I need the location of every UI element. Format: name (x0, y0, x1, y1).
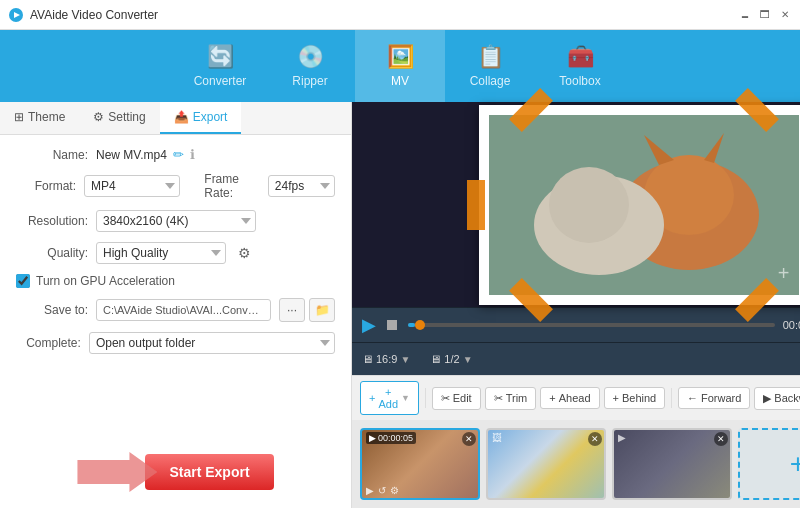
nav-ripper[interactable]: 💿 Ripper (265, 30, 355, 102)
playback-controls: ▶ ⏹ 00:00:00.00/00:00:29.17 🔊 (352, 307, 800, 342)
aspect-ratio-value: 16:9 (376, 353, 397, 365)
backward-button[interactable]: ▶ Backward (754, 387, 800, 410)
format-select[interactable]: MP4MOVAVIMKV (84, 175, 180, 197)
nav-converter[interactable]: 🔄 Converter (175, 30, 265, 102)
toolbox-icon: 🧰 (567, 44, 594, 70)
add-button[interactable]: + + Add ▼ (360, 381, 419, 415)
nav-ripper-label: Ripper (292, 74, 327, 88)
nav-collage-label: Collage (470, 74, 511, 88)
clip-1-rotate-icon[interactable]: ↺ (378, 485, 386, 496)
ripper-icon: 💿 (297, 44, 324, 70)
gpu-row: Turn on GPU Acceleration (16, 274, 335, 288)
ahead-button[interactable]: + Ahead (540, 387, 599, 409)
aspect-ratio-dropdown[interactable]: ▼ (400, 354, 410, 365)
saveto-row: Save to: C:\AVAide Studio\AVAI...Convert… (16, 298, 335, 322)
format-label: Format: (16, 179, 76, 193)
preview-svg (489, 115, 799, 295)
tab-export-label: Export (193, 110, 228, 124)
export-settings: Name: New MV.mp4 ✏ ℹ Format: MP4MOVAVIMK… (0, 135, 351, 436)
backward-label: Backward (774, 392, 800, 404)
name-text: New MV.mp4 (96, 148, 167, 162)
tab-export[interactable]: 📤 Export (160, 102, 242, 134)
minimize-button[interactable]: 🗕 (738, 8, 752, 22)
resolution-select[interactable]: 3840x2160 (4K)1920x1080 (1080P)1280x720 … (96, 210, 256, 232)
mv-icon: 🖼️ (387, 44, 414, 70)
gear-icon[interactable]: ⚙ (238, 245, 251, 261)
time-display: 00:00:00.00/00:00:29.17 (783, 319, 800, 331)
tab-setting[interactable]: ⚙ Setting (79, 102, 159, 134)
nav-mv[interactable]: 🖼️ MV (355, 30, 445, 102)
nav-collage[interactable]: 📋 Collage (445, 30, 535, 102)
scale-value: 1/2 (444, 353, 459, 365)
quality-select[interactable]: High QualityMedium QualityLow Quality (96, 242, 226, 264)
gpu-label: Turn on GPU Acceleration (36, 274, 175, 288)
preview-frame: + (479, 105, 800, 305)
behind-label: Behind (622, 392, 656, 404)
backward-icon: ▶ (763, 392, 771, 405)
clip-1-close[interactable]: ✕ (462, 432, 476, 446)
tab-theme-label: Theme (28, 110, 65, 124)
edit-button[interactable]: ✂ Edit (432, 387, 481, 410)
ahead-icon: + (549, 392, 555, 404)
converter-icon: 🔄 (207, 44, 234, 70)
left-panel: ⊞ Theme ⚙ Setting 📤 Export Name: New MV.… (0, 102, 352, 508)
clip-2[interactable]: 🖼 ✕ (486, 428, 606, 500)
navbar: 🔄 Converter 💿 Ripper 🖼️ MV 📋 Collage 🧰 T… (0, 30, 800, 102)
behind-button[interactable]: + Behind (604, 387, 666, 409)
tab-theme[interactable]: ⊞ Theme (0, 102, 79, 134)
nav-toolbox[interactable]: 🧰 Toolbox (535, 30, 625, 102)
saveto-folder-button[interactable]: 📁 (309, 298, 335, 322)
nav-mv-label: MV (391, 74, 409, 88)
start-export-button[interactable]: Start Export (145, 454, 273, 490)
clip-3[interactable]: ▶ ✕ (612, 428, 732, 500)
collage-icon: 📋 (477, 44, 504, 70)
name-row: Name: New MV.mp4 ✏ ℹ (16, 147, 335, 162)
playback-row2: 🖥 16:9 ▼ 🖥 1/2 ▼ Start Export (352, 342, 800, 375)
setting-icon: ⚙ (93, 110, 104, 124)
clip-2-type-icon: 🖼 (492, 432, 502, 443)
edit-label: Edit (453, 392, 472, 404)
clip-1-settings-icon[interactable]: ⚙ (390, 485, 399, 496)
scissors-icon: ✂ (441, 392, 450, 405)
clip-2-close[interactable]: ✕ (588, 432, 602, 446)
add-icon: + (369, 392, 375, 404)
clip-3-type-icon: ▶ (618, 432, 626, 443)
stop-button[interactable]: ⏹ (384, 316, 400, 334)
play-button[interactable]: ▶ (362, 314, 376, 336)
app-title: AVAide Video Converter (30, 8, 738, 22)
resolution-label: Resolution: (16, 214, 88, 228)
export-tab-icon: 📤 (174, 110, 189, 124)
complete-row: Complete: Open output folderDo nothingSh… (16, 332, 335, 354)
fps-label: Frame Rate: (204, 172, 260, 200)
info-icon[interactable]: ℹ (190, 147, 195, 162)
fps-select[interactable]: 24fps30fps60fps (268, 175, 335, 197)
tab-setting-label: Setting (108, 110, 145, 124)
nav-converter-label: Converter (194, 74, 247, 88)
quality-row: Quality: High QualityMedium QualityLow Q… (16, 242, 335, 264)
add-clip-plus-icon: + (790, 448, 800, 480)
gpu-checkbox[interactable] (16, 274, 30, 288)
scale-dropdown[interactable]: ▼ (463, 354, 473, 365)
ahead-label: Ahead (559, 392, 591, 404)
complete-select[interactable]: Open output folderDo nothingShut down co… (89, 332, 335, 354)
preview-image (489, 115, 799, 295)
clip-3-close[interactable]: ✕ (714, 432, 728, 446)
clip-1[interactable]: ▶ 00:00:05 ✕ ▶ ↺ ⚙ (360, 428, 480, 500)
saveto-dots-button[interactable]: ··· (279, 298, 305, 322)
add-media-icon[interactable]: + (778, 262, 790, 285)
edit-name-icon[interactable]: ✏ (173, 147, 184, 162)
titlebar: AVAide Video Converter 🗕 🗖 ✕ (0, 0, 800, 30)
clip-1-controls: ▶ ↺ ⚙ (366, 485, 399, 496)
forward-button[interactable]: ← Forward (678, 387, 750, 409)
add-clip-button[interactable]: + (738, 428, 800, 500)
separator-1 (425, 388, 426, 408)
add-dropdown-icon[interactable]: ▼ (401, 393, 410, 403)
progress-bar[interactable] (408, 323, 775, 327)
trim-button[interactable]: ✂ Trim (485, 387, 537, 410)
screen-icon: 🖥 (362, 353, 373, 365)
forward-icon: ← (687, 392, 698, 404)
clip-1-play-icon[interactable]: ▶ (366, 485, 374, 496)
close-button[interactable]: ✕ (778, 8, 792, 22)
saveto-buttons: ··· 📁 (279, 298, 335, 322)
maximize-button[interactable]: 🗖 (758, 8, 772, 22)
